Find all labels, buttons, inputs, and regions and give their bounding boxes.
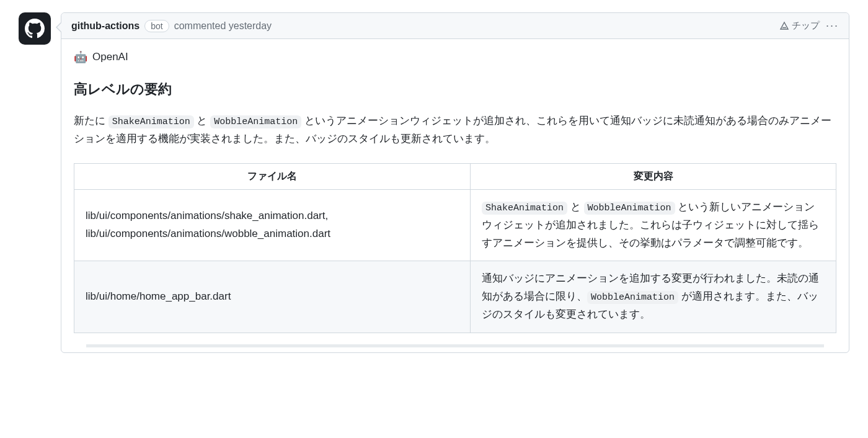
github-icon bbox=[25, 19, 45, 38]
summary-paragraph: 新たに ShakeAnimation と WobbleAnimation という… bbox=[74, 112, 836, 148]
changes-table: ファイル名 変更内容 lib/ui/components/animations/… bbox=[74, 163, 836, 333]
cell-desc: 通知バッジにアニメーションを追加する変更が行われました。未読の通知がある場合に限… bbox=[471, 261, 836, 333]
bot-badge: bot bbox=[144, 20, 169, 32]
code-inline: WobbleAnimation bbox=[210, 115, 301, 128]
robot-icon: 🤖 bbox=[74, 50, 87, 64]
table-row: lib/ui/home/home_app_bar.dart 通知バッジにアニメー… bbox=[74, 261, 836, 333]
intro-text: OpenAI bbox=[92, 51, 128, 63]
header-left: github-actions bot commented yesterday bbox=[71, 20, 272, 32]
author-link[interactable]: github-actions bbox=[71, 20, 140, 32]
cell-file: lib/ui/home/home_app_bar.dart bbox=[74, 261, 471, 333]
comment-body: 🤖 OpenAI 高レベルの要約 新たに ShakeAnimation と Wo… bbox=[61, 39, 849, 352]
th-desc: 変更内容 bbox=[471, 163, 836, 189]
table-row: lib/ui/components/animations/shake_anima… bbox=[74, 189, 836, 261]
header-right: チップ ··· bbox=[779, 19, 839, 32]
horizontal-rule bbox=[86, 344, 824, 347]
comment-header: github-actions bot commented yesterday チ… bbox=[61, 13, 849, 39]
comment-wrapper: github-actions bot commented yesterday チ… bbox=[19, 12, 849, 353]
cell-file: lib/ui/components/animations/shake_anima… bbox=[74, 189, 471, 261]
summary-heading: 高レベルの要約 bbox=[74, 80, 836, 99]
timestamp[interactable]: commented yesterday bbox=[174, 20, 272, 32]
triangle-icon bbox=[779, 21, 789, 31]
table-header-row: ファイル名 変更内容 bbox=[74, 163, 836, 189]
code-inline: WobbleAnimation bbox=[587, 291, 678, 304]
th-file: ファイル名 bbox=[74, 163, 471, 189]
code-inline: ShakeAnimation bbox=[482, 202, 567, 215]
kebab-menu[interactable]: ··· bbox=[826, 19, 839, 32]
tip-label: チップ bbox=[792, 20, 820, 32]
avatar[interactable] bbox=[19, 12, 51, 45]
code-inline: ShakeAnimation bbox=[108, 115, 194, 128]
cell-desc: ShakeAnimation と WobbleAnimation という新しいア… bbox=[471, 189, 836, 261]
comment-box: github-actions bot commented yesterday チ… bbox=[61, 12, 849, 353]
tip-button[interactable]: チップ bbox=[779, 20, 820, 32]
code-inline: WobbleAnimation bbox=[584, 202, 675, 215]
intro-line: 🤖 OpenAI bbox=[74, 50, 836, 64]
